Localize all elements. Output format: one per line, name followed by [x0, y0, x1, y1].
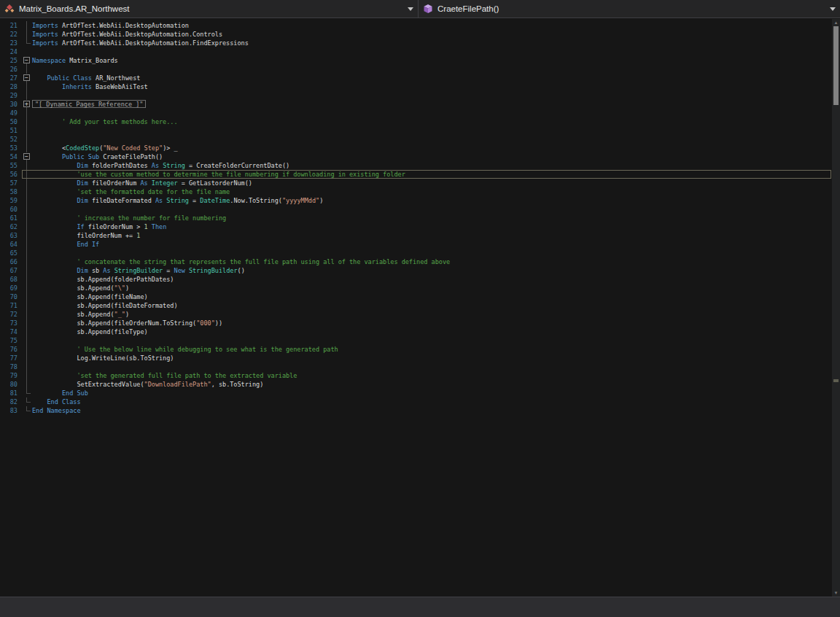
line-number: 52	[0, 135, 22, 144]
code-line[interactable]: 25Namespace Matrix_Boards	[0, 56, 832, 65]
line-number: 78	[0, 362, 22, 371]
fold-margin	[22, 161, 32, 170]
fold-margin	[22, 380, 32, 389]
code-line[interactable]: 58 'set the formatted date for the file …	[0, 187, 832, 196]
code-line[interactable]: 70 sb.Append(fileName)	[0, 292, 832, 301]
code-text: End If	[32, 240, 832, 249]
code-text: sb.Append(fileOrderNum.ToString("000"))	[32, 319, 832, 327]
line-number: 63	[0, 231, 22, 240]
code-line[interactable]: 79 'set the generated full file path to …	[0, 371, 832, 380]
code-line[interactable]: 80 SetExtractedValue("DownloadFilePath",…	[0, 380, 832, 389]
code-text: "[ Dynamic Pages Reference ]"	[32, 100, 832, 109]
code-line[interactable]: 67 Dim sb As StringBuilder = New StringB…	[0, 266, 832, 275]
code-text	[32, 205, 832, 214]
line-number: 81	[0, 389, 22, 397]
code-editor[interactable]: 21Imports ArtOfTest.WebAii.DesktopAutoma…	[0, 19, 840, 597]
code-line[interactable]: 55 Dim folderPathDates As String = Creat…	[0, 161, 832, 170]
code-line[interactable]: 73 sb.Append(fileOrderNum.ToString("000"…	[0, 319, 832, 327]
code-line[interactable]: 27 Public Class AR_Northwest	[0, 74, 832, 82]
code-line[interactable]: 74 sb.Append(fileType)	[0, 327, 832, 336]
collapsed-region[interactable]: "[ Dynamic Pages Reference ]"	[32, 100, 146, 108]
code-line[interactable]: 61 ' increase the number for file number…	[0, 214, 832, 222]
code-line[interactable]: 78	[0, 362, 832, 371]
code-text: Imports ArtOfTest.WebAii.DesktopAutomati…	[32, 39, 832, 47]
code-text	[32, 91, 832, 100]
fold-margin	[22, 397, 32, 406]
code-line[interactable]: 62 If fileOrderNum > 1 Then	[0, 222, 832, 231]
code-line[interactable]: 28 Inherits BaseWebAiiTest	[0, 82, 832, 91]
line-number: 60	[0, 205, 22, 214]
code-line[interactable]: 49	[0, 109, 832, 117]
code-line[interactable]: 83End Namespace	[0, 406, 832, 415]
fold-collapse-icon[interactable]	[22, 74, 32, 82]
line-number: 28	[0, 82, 22, 91]
code-line[interactable]: 52	[0, 135, 832, 144]
code-area[interactable]: 21Imports ArtOfTest.WebAii.DesktopAutoma…	[0, 19, 832, 415]
code-line[interactable]: 60	[0, 205, 832, 214]
fold-margin	[22, 21, 32, 30]
fold-margin	[22, 275, 32, 284]
code-text	[32, 249, 832, 257]
fold-margin	[22, 319, 32, 327]
code-line[interactable]: 22Imports ArtOfTest.WebAii.DesktopAutoma…	[0, 30, 832, 39]
line-number: 70	[0, 292, 22, 301]
line-number: 77	[0, 354, 22, 362]
line-number: 53	[0, 144, 22, 152]
code-line[interactable]: 29	[0, 91, 832, 100]
member-dropdown-label: CraeteFilePath()	[438, 4, 499, 13]
fold-margin	[22, 126, 32, 135]
code-line[interactable]: 54 Public Sub CraeteFilePath()	[0, 152, 832, 161]
code-line[interactable]: 77 Log.WriteLine(sb.ToString)	[0, 354, 832, 362]
fold-expand-icon[interactable]	[22, 100, 32, 109]
code-line[interactable]: 69 sb.Append("\")	[0, 284, 832, 292]
fold-margin	[22, 187, 32, 196]
code-line[interactable]: 26	[0, 65, 832, 74]
member-dropdown[interactable]: CraeteFilePath()	[419, 0, 840, 18]
code-line[interactable]: 75	[0, 336, 832, 345]
code-line[interactable]: 50 ' Add your test methods here...	[0, 117, 832, 126]
code-line[interactable]: 56 'use the custom method to determine t…	[0, 170, 832, 179]
line-number: 49	[0, 109, 22, 117]
line-number: 83	[0, 406, 22, 415]
code-line[interactable]: 21Imports ArtOfTest.WebAii.DesktopAutoma…	[0, 21, 832, 30]
code-line[interactable]: 71 sb.Append(fileDateFormated)	[0, 301, 832, 310]
vertical-scrollbar[interactable]: ▲ ▼	[832, 19, 840, 597]
line-number: 74	[0, 327, 22, 336]
type-dropdown[interactable]: Matrix_Boards.AR_Northwest	[0, 0, 419, 18]
fold-margin	[22, 257, 32, 266]
code-line[interactable]: 30"[ Dynamic Pages Reference ]"	[0, 100, 832, 109]
code-line[interactable]: 59 Dim fileDateFormated As String = Date…	[0, 196, 832, 205]
code-line[interactable]: 65	[0, 249, 832, 257]
fold-collapse-icon[interactable]	[22, 56, 32, 65]
code-text: Dim fileOrderNum As Integer = GetLastord…	[32, 179, 832, 187]
code-line[interactable]: 23Imports ArtOfTest.WebAii.DesktopAutoma…	[0, 39, 832, 47]
code-line[interactable]: 68 sb.Append(folderPathDates)	[0, 275, 832, 284]
line-number: 54	[0, 152, 22, 161]
fold-collapse-icon[interactable]	[22, 152, 32, 161]
code-line[interactable]: 81 End Sub	[0, 389, 832, 397]
code-line[interactable]: 76 ' Use the below line while debugging …	[0, 345, 832, 354]
code-line[interactable]: 24	[0, 47, 832, 56]
scrollbar-thumb[interactable]	[833, 26, 839, 105]
fold-margin	[22, 82, 32, 91]
code-line[interactable]: 51	[0, 126, 832, 135]
code-line[interactable]: 64 End If	[0, 240, 832, 249]
code-line[interactable]: 53 <CodedStep("New Coded Step")> _	[0, 144, 832, 152]
fold-margin	[22, 39, 32, 47]
code-line[interactable]: 63 fileOrderNum += 1	[0, 231, 832, 240]
code-text: Public Class AR_Northwest	[32, 74, 832, 82]
code-text: Dim sb As StringBuilder = New StringBuil…	[32, 266, 832, 275]
code-line[interactable]: 66 ' concatenate the string that represe…	[0, 257, 832, 266]
code-text: ' concatenate the string that represents…	[32, 257, 832, 266]
fold-margin	[22, 179, 32, 187]
code-line[interactable]: 72 sb.Append("_")	[0, 310, 832, 319]
fold-margin	[22, 406, 32, 415]
scroll-up-icon[interactable]: ▲	[832, 19, 840, 26]
code-line[interactable]: 82 End Class	[0, 397, 832, 406]
fold-margin	[22, 249, 32, 257]
code-line[interactable]: 57 Dim fileOrderNum As Integer = GetLast…	[0, 179, 832, 187]
fold-margin	[22, 284, 32, 292]
scroll-down-icon[interactable]: ▼	[832, 589, 840, 597]
chevron-down-icon	[408, 7, 413, 11]
code-text: sb.Append(folderPathDates)	[32, 275, 832, 284]
